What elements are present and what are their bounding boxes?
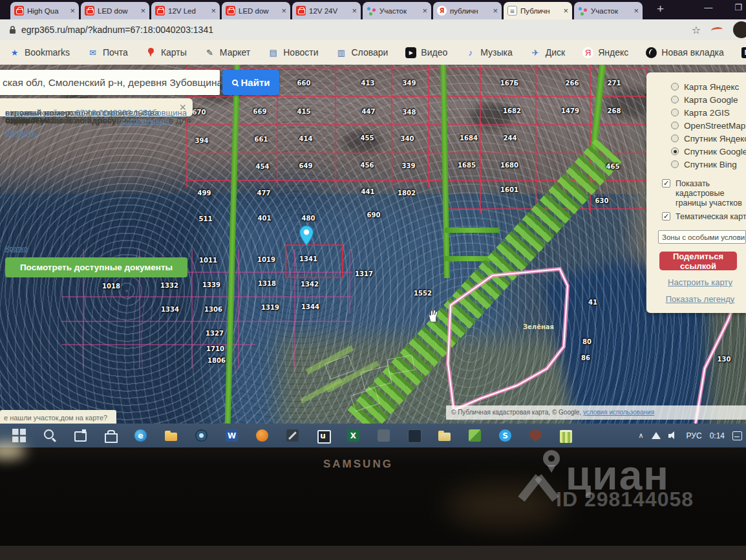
language-indicator[interactable]: РУС	[687, 431, 702, 440]
basemap-radio[interactable]: Карта Яндекс	[646, 80, 746, 93]
browser-tab[interactable]: Участок ×	[574, 2, 643, 19]
parcel-label: 1319	[261, 304, 279, 311]
taskbar-app-icon[interactable]: X	[345, 427, 361, 444]
parcel-label: 630	[595, 197, 609, 204]
notification-center-icon[interactable]	[732, 431, 742, 440]
volume-icon[interactable]	[668, 431, 679, 440]
basemap-radio[interactable]: Спутник Яндекс	[646, 132, 746, 145]
basemap-radio[interactable]: Карта 2GIS	[646, 106, 746, 119]
clock[interactable]: 0:14	[710, 431, 725, 440]
minimize-button[interactable]: —	[704, 3, 712, 12]
new-tab-button[interactable]: +	[657, 2, 664, 16]
browser-tab[interactable]: High Qua ×	[10, 2, 79, 19]
taskbar-app-icon[interactable]	[406, 427, 422, 444]
tab-close-icon[interactable]: ×	[281, 6, 286, 16]
taskbar-app-icon[interactable]: S	[497, 427, 513, 444]
zones-select[interactable]: Зоны с особыми условиями ▼	[658, 230, 746, 244]
maximize-button[interactable]: ❐	[734, 3, 742, 12]
bookmark-item[interactable]: ✉ Почта	[87, 47, 128, 58]
laptop-screen: High Qua × LED dow × 12V Led × L	[0, 0, 746, 447]
taskbar-app-icon[interactable]	[284, 427, 301, 444]
taskbar-app-icon[interactable]	[72, 427, 88, 444]
bookmark-item[interactable]: ✈ Диск	[530, 47, 565, 58]
browser-tab[interactable]: 12V 24V ×	[292, 2, 361, 19]
tab-close-icon[interactable]: ×	[422, 6, 427, 16]
bookmark-item[interactable]: Новая вкладка	[646, 47, 724, 58]
bookmark-item[interactable]: Я Яндекс	[582, 47, 628, 58]
taskbar-app-icon[interactable]	[193, 427, 209, 444]
taskbar-app-icon[interactable]: e	[133, 427, 149, 444]
bookmark-star-icon[interactable]: ☆	[692, 24, 701, 36]
wifi-icon[interactable]	[652, 432, 661, 439]
browser-tab[interactable]: Участок ×	[363, 2, 431, 19]
tray-chevron-icon[interactable]: ∧	[639, 431, 644, 440]
layer-checkbox[interactable]: ✓ Показать кадастровые границы участков	[646, 177, 746, 210]
bookmark-icon: ★	[9, 47, 20, 58]
taskbar-app-icon[interactable]: W	[224, 427, 240, 444]
basemap-radio[interactable]: Спутник Bing	[646, 158, 746, 171]
panel-link[interactable]: Настроить карту	[646, 277, 746, 287]
search-input[interactable]: ская обл, Смоленский р-н, деревня Зубовщ…	[0, 70, 220, 95]
tab-title: Участок	[379, 7, 420, 15]
taskbar-app-icon[interactable]	[467, 427, 483, 444]
taskbar-app-icon[interactable]	[11, 427, 27, 444]
bookmark-item[interactable]: ▤ Новости	[268, 47, 318, 58]
parcel-label: 511	[199, 215, 213, 222]
terms-link[interactable]: условия использования	[583, 409, 654, 416]
url-text[interactable]: egrp365.ru/map/?kadnum=67:18:0040203:134…	[21, 25, 213, 35]
parcel-label: 414	[299, 135, 313, 142]
taskbar-app-icon[interactable]	[102, 427, 118, 444]
tab-close-icon[interactable]: ×	[634, 6, 639, 16]
panel-link[interactable]: Показать легенду	[646, 294, 746, 304]
collapse-link[interactable]: Кратко	[5, 244, 28, 252]
bookmark-item[interactable]: ♪ Музыка	[465, 47, 513, 58]
basemap-radio[interactable]: Карта Google	[646, 93, 746, 106]
bookmark-item[interactable]: N MSN Россия: ново...	[741, 47, 746, 58]
tab-close-icon[interactable]: ×	[211, 6, 216, 16]
tab-close-icon[interactable]: ×	[70, 6, 75, 16]
parcel-label: 1344	[301, 303, 319, 310]
taskbar-app-icon[interactable]	[558, 427, 574, 444]
search-button[interactable]: Найти	[222, 70, 279, 95]
parcel-label: 670	[193, 109, 206, 116]
taskbar-app-icon[interactable]	[528, 427, 544, 444]
browser-tab[interactable]: 12V Led ×	[151, 2, 220, 19]
cian-pin-icon	[543, 450, 560, 467]
bookmark-item[interactable]: Карты	[145, 47, 187, 58]
bookmark-item[interactable]: ★ Bookmarks	[9, 47, 70, 58]
tab-title: Публичн	[520, 7, 561, 15]
bookmark-label: Bookmarks	[25, 47, 70, 58]
tab-close-icon[interactable]: ×	[563, 6, 568, 16]
parcel-label: 477	[257, 189, 271, 197]
view-documents-button[interactable]: Посмотреть доступные документы	[5, 257, 187, 277]
taskbar-app-icon[interactable]	[254, 427, 270, 444]
browser-tab[interactable]: ≡ Публичн ×	[504, 2, 572, 19]
taskbar-app-icon[interactable]	[376, 427, 392, 444]
browser-tab[interactable]: LED dow ×	[222, 2, 290, 19]
taskbar-app-icon[interactable]	[436, 427, 453, 444]
taskbar-app-icon[interactable]: u	[315, 427, 331, 444]
taskbar-app-icon[interactable]	[41, 427, 58, 444]
taskbar-app-icon[interactable]	[163, 427, 179, 444]
bookmark-item[interactable]: ✎ Маркет	[204, 47, 250, 58]
extension-icon[interactable]	[711, 27, 723, 34]
browser-tab[interactable]: LED dow ×	[81, 2, 149, 19]
layer-checkbox[interactable]: ✓ Тематическая карта	[646, 210, 746, 224]
parcel-label: 1018	[102, 283, 120, 290]
cadastral-map[interactable]: 660 413 349 167Б 266 271 466 670 669	[0, 65, 746, 424]
parcel-label: 339	[402, 162, 416, 169]
tab-close-icon[interactable]: ×	[493, 6, 498, 16]
browser-tab[interactable]: Я публичн ×	[433, 2, 502, 19]
basemap-radio[interactable]: OpenStreetMap	[646, 119, 746, 132]
share-link-button[interactable]: Поделиться ссылкой	[659, 252, 737, 270]
profile-avatar[interactable]	[733, 21, 746, 38]
bookmark-label: Яндекс	[598, 47, 628, 58]
basemap-radio[interactable]: Спутник Google	[646, 145, 746, 158]
bookmark-item[interactable]: ▶ Видео	[405, 47, 447, 58]
address-bar[interactable]: egrp365.ru/map/?kadnum=67:18:0040203:134…	[0, 19, 746, 40]
bookmark-item[interactable]: ▥ Словари	[336, 47, 388, 58]
parcel-label: 456	[361, 162, 374, 169]
parcel-label: 86	[581, 354, 590, 361]
tab-close-icon[interactable]: ×	[140, 6, 145, 16]
tab-close-icon[interactable]: ×	[352, 6, 357, 16]
